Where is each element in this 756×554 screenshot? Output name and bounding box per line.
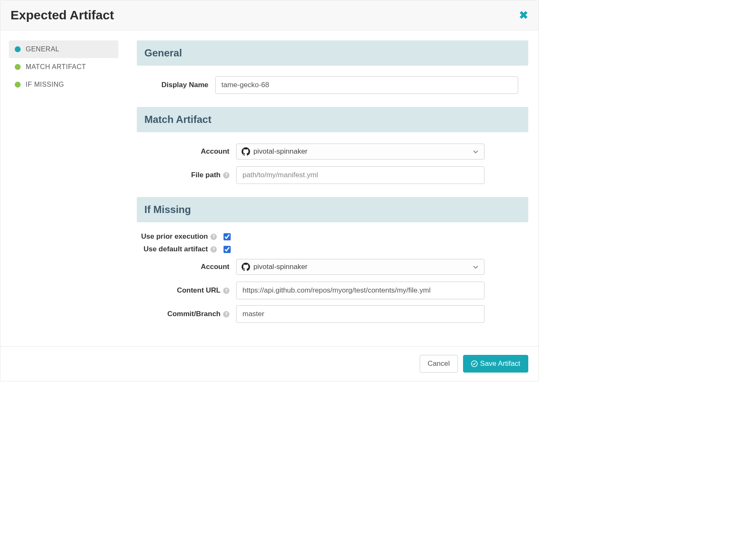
ifmissing-account-label: Account <box>201 263 229 271</box>
section-header-general: General <box>137 40 528 66</box>
sidebar-item-if-missing[interactable]: IF MISSING <box>9 76 118 93</box>
cancel-button[interactable]: Cancel <box>420 355 458 373</box>
status-dot-icon <box>15 64 21 70</box>
sidebar-item-match-artifact[interactable]: MATCH ARTIFACT <box>9 58 118 76</box>
use-default-artifact-label: Use default artifact <box>144 245 208 253</box>
help-icon[interactable]: ? <box>210 234 217 240</box>
section-header-if-missing: If Missing <box>137 197 528 222</box>
content-url-label: Content URL <box>177 286 221 295</box>
help-icon[interactable]: ? <box>210 246 217 253</box>
ifmissing-account-value: pivotal-spinnaker <box>253 263 308 271</box>
ifmissing-account-select[interactable]: pivotal-spinnaker <box>236 259 484 275</box>
status-dot-icon <box>15 46 21 52</box>
display-name-input[interactable] <box>215 76 518 94</box>
sidebar-item-label: GENERAL <box>26 45 59 53</box>
modal-header: Expected Artifact ✖ <box>0 0 538 30</box>
commit-branch-input[interactable] <box>236 305 484 323</box>
use-prior-execution-label: Use prior execution <box>141 232 208 241</box>
main-content: General Display Name Match Artifact <box>127 30 538 346</box>
section-general: General Display Name <box>137 40 528 94</box>
cancel-button-label: Cancel <box>428 360 450 368</box>
check-circle-icon <box>471 360 478 367</box>
section-if-missing: If Missing Use prior execution ? Use def… <box>137 197 528 323</box>
modal-body: GENERAL MATCH ARTIFACT IF MISSING Genera… <box>0 30 538 346</box>
display-name-label: Display Name <box>137 81 208 89</box>
match-account-value: pivotal-spinnaker <box>253 147 308 156</box>
save-artifact-button[interactable]: Save Artifact <box>463 355 528 373</box>
github-icon <box>242 263 250 271</box>
github-icon <box>242 147 250 156</box>
help-icon[interactable]: ? <box>223 172 229 178</box>
modal-footer: Cancel Save Artifact <box>0 346 538 381</box>
chevron-down-icon <box>473 148 478 155</box>
sidebar-item-label: MATCH ARTIFACT <box>26 63 86 71</box>
status-dot-icon <box>15 82 21 88</box>
match-account-select[interactable]: pivotal-spinnaker <box>236 144 484 160</box>
file-path-input[interactable] <box>236 166 484 184</box>
modal-title: Expected Artifact <box>11 8 114 22</box>
expected-artifact-modal: Expected Artifact ✖ GENERAL MATCH ARTIFA… <box>0 0 539 381</box>
file-path-label: File path <box>191 171 221 179</box>
use-prior-execution-checkbox[interactable] <box>224 233 231 240</box>
chevron-down-icon <box>473 263 478 271</box>
save-button-label: Save Artifact <box>480 360 520 368</box>
sidebar: GENERAL MATCH ARTIFACT IF MISSING <box>0 30 127 346</box>
commit-branch-label: Commit/Branch <box>167 310 221 318</box>
section-match-artifact: Match Artifact Account pivotal-spinnaker <box>137 107 528 184</box>
use-default-artifact-checkbox[interactable] <box>224 246 231 253</box>
help-icon[interactable]: ? <box>223 288 229 294</box>
match-account-label: Account <box>201 147 229 156</box>
sidebar-item-general[interactable]: GENERAL <box>9 40 118 58</box>
help-icon[interactable]: ? <box>223 311 229 317</box>
section-header-match: Match Artifact <box>137 107 528 132</box>
sidebar-item-label: IF MISSING <box>26 81 64 88</box>
close-icon[interactable]: ✖ <box>519 10 528 21</box>
content-url-input[interactable] <box>236 282 484 299</box>
